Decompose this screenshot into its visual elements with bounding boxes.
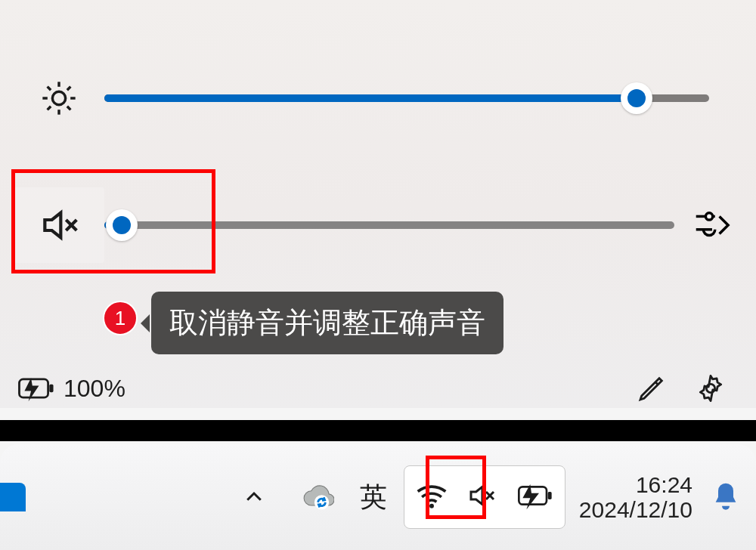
volume-slider-row — [0, 187, 756, 263]
pencil-icon — [637, 373, 667, 403]
clock-time: 16:24 — [636, 472, 692, 497]
battery-tray-icon — [516, 482, 554, 512]
quick-settings-panel: 100% 1 取消静音并调整正确声音 — [0, 0, 756, 408]
volume-flyout-icon[interactable] — [688, 202, 733, 248]
volume-slider[interactable] — [104, 221, 674, 229]
taskbar-clock[interactable]: 16:24 2024/12/10 — [579, 472, 692, 522]
wifi-icon — [415, 481, 448, 513]
volume-slider-thumb[interactable] — [106, 209, 138, 241]
annotation-tooltip-text: 取消静音并调整正确声音 — [169, 307, 485, 338]
cloud-sync-icon — [301, 482, 334, 512]
tray-overflow-button[interactable] — [231, 474, 277, 520]
edit-button[interactable] — [629, 366, 674, 411]
gear-icon — [695, 372, 727, 404]
bell-icon — [711, 480, 741, 514]
settings-button[interactable] — [688, 366, 733, 411]
svg-line-6 — [67, 107, 71, 110]
volume-mute-button[interactable] — [14, 187, 104, 263]
svg-point-20 — [314, 495, 329, 509]
speaker-muted-icon — [465, 480, 500, 514]
notifications-button[interactable] — [711, 480, 741, 514]
taskbar: 英 16:24 2024/12/10 — [0, 444, 756, 550]
svg-point-19 — [706, 384, 714, 392]
battery-charging-icon — [17, 374, 56, 403]
svg-point-21 — [429, 504, 434, 508]
brightness-slider-thumb[interactable] — [621, 82, 652, 114]
brightness-icon — [14, 60, 104, 136]
svg-line-18 — [655, 382, 658, 385]
battery-percent-label: 100% — [64, 375, 125, 403]
clock-date: 2024/12/10 — [579, 497, 692, 522]
brightness-slider-row — [0, 68, 756, 128]
svg-line-8 — [67, 87, 71, 91]
svg-line-7 — [48, 107, 51, 110]
separator-bar — [0, 420, 756, 441]
chevron-up-icon — [243, 486, 265, 508]
svg-marker-27 — [522, 484, 539, 509]
svg-rect-16 — [49, 385, 53, 392]
annotation-step-number: 1 — [115, 307, 125, 330]
quick-settings-bottom-row: 100% — [0, 369, 756, 408]
svg-line-5 — [48, 87, 51, 91]
system-tray-group[interactable] — [404, 465, 565, 529]
ime-indicator[interactable]: 英 — [360, 479, 387, 516]
svg-point-13 — [705, 213, 712, 220]
brightness-slider[interactable] — [104, 94, 709, 102]
annotation-step-badge: 1 — [103, 301, 138, 335]
start-button[interactable] — [0, 483, 26, 511]
svg-rect-26 — [548, 492, 552, 499]
svg-marker-9 — [45, 213, 60, 238]
onedrive-tray-icon[interactable] — [295, 474, 340, 520]
svg-marker-22 — [471, 487, 482, 504]
svg-point-0 — [52, 91, 65, 104]
annotation-tooltip: 取消静音并调整正确声音 — [151, 292, 503, 354]
battery-status[interactable]: 100% — [17, 374, 125, 403]
